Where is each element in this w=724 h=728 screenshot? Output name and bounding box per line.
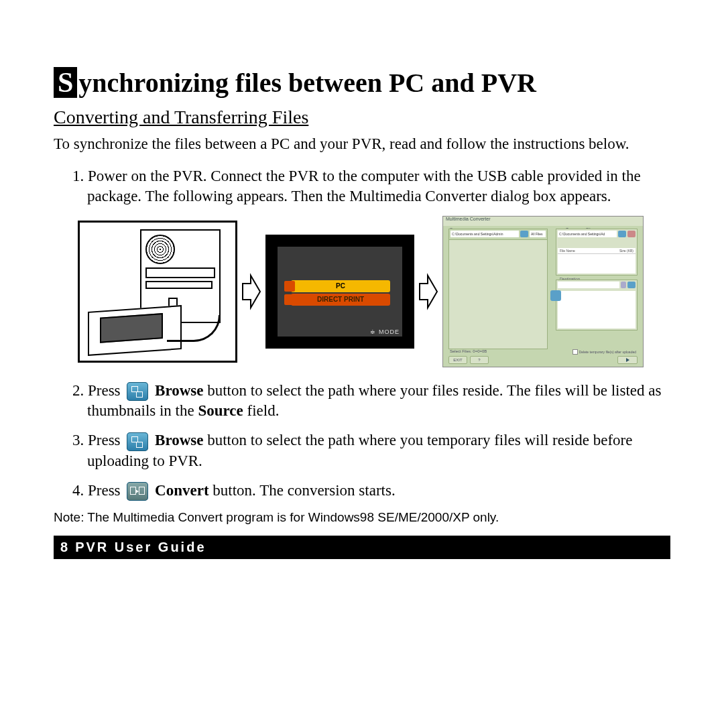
browse-icon [127, 382, 148, 401]
convert-button[interactable] [550, 290, 561, 301]
step-4-post: button. The conversion starts. [209, 482, 396, 499]
usb-cable-icon [167, 315, 221, 342]
arrow-icon [418, 273, 438, 310]
page-footer: 8PVR User Guide [54, 536, 670, 559]
step-2-num: 2. [72, 382, 84, 399]
page-number: 8 [60, 540, 70, 554]
page-title: Synchronizing files between PC and PVR [54, 67, 670, 99]
step-2-bold2: Source [198, 402, 243, 419]
help-button[interactable]: ? [470, 356, 489, 364]
step-4-pre: Press [88, 482, 121, 499]
step-3-pre: Press [88, 432, 121, 448]
converter-window: Multimedia Converter Source C:\Documents… [442, 216, 644, 367]
step-2-bold: Browse [155, 382, 203, 399]
dropdown-icon[interactable] [621, 282, 626, 288]
exit-button[interactable]: EXIT [448, 356, 467, 364]
col-filename: File Name [558, 248, 577, 253]
browse-icon[interactable] [627, 282, 636, 288]
converter-titlebar: Multimedia Converter [443, 217, 643, 226]
step-2: 2. Press Browse button to select the pat… [72, 381, 670, 422]
step-3-bold: Browse [155, 432, 203, 448]
dest-path-input[interactable] [558, 282, 619, 288]
delete-icon[interactable] [627, 231, 636, 237]
step-4: 4. Press Convert button. The conversion … [72, 481, 670, 501]
source-panel: C:\Documents and Settings\Admin All File… [448, 229, 548, 349]
diagram-row: PC DIRECT PRINT ≑ MODE Multimedia Conver… [78, 216, 670, 367]
source-path-input[interactable]: C:\Documents and Settings\Admin [450, 231, 519, 237]
delete-temp-checkbox[interactable]: Delete temporary file(s) after uploaded [572, 349, 636, 355]
note-text: Note: The Multimedia Convert program is … [54, 510, 670, 525]
step-1-num: 1. [72, 168, 84, 184]
play-button[interactable] [617, 356, 638, 364]
temp-path-input[interactable]: C:\Documents and Settings\Ad [558, 231, 617, 237]
step-3: 3. Press Browse button to select the pat… [72, 430, 670, 471]
step-1: 1. Power on the PVR. Connect the PVR to … [72, 166, 670, 206]
step-3-num: 3. [72, 432, 84, 448]
temp-panel: C:\Documents and Settings\Ad File NameSi… [556, 229, 638, 276]
pvr-menu-pc: PC [291, 280, 390, 292]
intro-text: To synchronize the files between a PC an… [54, 135, 670, 154]
select-files-label: Select Files: 0=0=0B [450, 349, 487, 353]
step-1-text: Power on the PVR. Connect the PVR to the… [87, 168, 641, 204]
source-filter[interactable]: All Files [530, 231, 546, 237]
pvr-mode-label: ≑ MODE [370, 328, 400, 335]
step-4-bold: Convert [155, 482, 208, 499]
arrow-icon [241, 273, 261, 310]
section-subtitle: Converting and Transferring Files [54, 107, 670, 128]
convert-icon [127, 482, 148, 501]
footer-title: PVR User Guide [75, 540, 206, 554]
browse-icon[interactable] [618, 231, 626, 237]
browse-icon [127, 432, 148, 451]
step-4-num: 4. [72, 482, 84, 499]
connection-diagram [78, 221, 237, 363]
temp-file-list: File NameSize (KB) [558, 248, 636, 274]
dest-panel [556, 280, 638, 330]
pvr-screen: PC DIRECT PRINT ≑ MODE [265, 235, 414, 349]
col-size: Size (KB) [617, 248, 636, 253]
browse-icon[interactable] [520, 231, 528, 237]
step-2-post2: field. [243, 402, 280, 419]
dest-file-list [558, 291, 636, 328]
dropcap: S [54, 67, 77, 98]
pvr-menu-direct-print: DIRECT PRINT [291, 294, 390, 306]
title-rest: ynchronizing files between PC and PVR [78, 68, 536, 98]
step-2-pre: Press [88, 382, 121, 399]
